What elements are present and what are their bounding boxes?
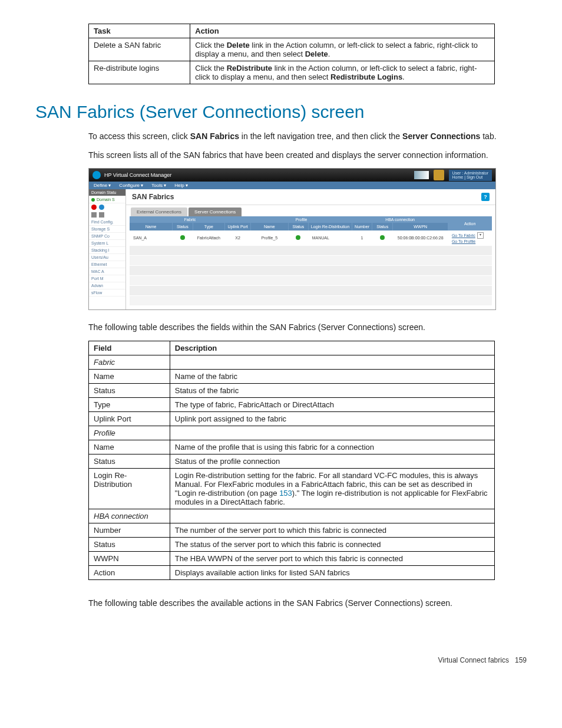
col-group-profile: Profile: [251, 216, 352, 223]
embedded-screenshot: HP Virtual Connect Manager User : Admini…: [88, 168, 496, 310]
sidebar-item[interactable]: Port M: [89, 275, 125, 282]
sidebar-item[interactable]: Domain S: [89, 196, 125, 203]
page-footer: Virtual Connect fabrics 159: [35, 656, 527, 664]
table-row: Re-distribute logins Click the ReDistrib…: [89, 61, 495, 84]
table-row: Fabric: [89, 355, 495, 369]
table-row[interactable]: SAN_A FabricAttach X2 Profile_5 MANUAL 1…: [130, 230, 492, 246]
intro-para-1: To access this screen, click SAN Fabrics…: [88, 131, 527, 143]
sidebar-item[interactable]: Find Config.: [89, 219, 125, 226]
sidebar: Domain Statu Domain S Find Config. Stora…: [89, 189, 126, 309]
help-icon[interactable]: ?: [481, 193, 490, 201]
task-action-table: Task Action Delete a SAN fabric Click th…: [88, 24, 495, 84]
intro-para-2: This screen lists all of the SAN fabrics…: [88, 150, 527, 162]
table-row: TypeThe type of fabric, FabricAttach or …: [89, 397, 495, 411]
th-field: Field: [89, 341, 170, 355]
cell-wwpn: 50:06:0B:00:00:C2:66:28: [392, 230, 448, 246]
sidebar-item[interactable]: Storage S: [89, 226, 125, 233]
menubar: Define ▾ Configure ▾ Tools ▾ Help ▾: [89, 182, 495, 189]
table-row-empty: [130, 266, 492, 276]
cell-type: FabricAttach: [193, 230, 224, 246]
status-ok-icon: [180, 235, 185, 240]
table-header-row: Field Description: [89, 341, 495, 355]
cell-action: Go To Fabric▾ Go To Profile: [448, 230, 492, 246]
table-row: HBA connection: [89, 509, 495, 523]
cell-hstatus: [372, 230, 393, 246]
filter-icon[interactable]: [99, 205, 104, 210]
table-row: WWPNThe HBA WWPN of the server port to w…: [89, 551, 495, 565]
table-row: ActionDisplays available action links fo…: [89, 565, 495, 579]
table-row: Delete a SAN fabric Click the Delete lin…: [89, 38, 495, 61]
sidebar-item[interactable]: sFlow: [89, 289, 125, 297]
user-info-box[interactable]: User : Administrator Home | Sign Out: [449, 170, 492, 181]
menu-tools[interactable]: Tools ▾: [151, 183, 166, 188]
col-number: Number: [352, 223, 372, 230]
table-row-empty: [130, 296, 492, 306]
status-gauge-icon: [414, 171, 429, 179]
hp-logo-icon: [92, 171, 101, 179]
col-group-hba: HBA connection: [352, 216, 448, 223]
cell-uplink: X2: [225, 230, 251, 246]
menu-configure[interactable]: Configure ▾: [119, 183, 143, 188]
table-row: NameName of the profile that is using th…: [89, 440, 495, 454]
col-hstatus: Status: [372, 223, 393, 230]
table-row: StatusStatus of the profile connection: [89, 454, 495, 468]
cell-action: Click the Delete link in the Action colu…: [190, 38, 495, 61]
sidebar-item[interactable]: MAC A: [89, 268, 125, 275]
field-description-table: Field Description Fabric NameName of the…: [88, 341, 495, 580]
table-row: Login Re-Distribution Login Re-distribut…: [89, 468, 495, 509]
col-action: Action: [448, 216, 492, 230]
table-row-empty: [130, 276, 492, 286]
col-name: Name: [130, 223, 173, 230]
sidebar-item[interactable]: System L: [89, 240, 125, 247]
table-row: StatusStatus of the fabric: [89, 383, 495, 397]
hardware-icon[interactable]: [91, 212, 97, 218]
table-row-empty: [130, 286, 492, 296]
cell-action: Click the ReDistribute link in the Actio…: [190, 61, 495, 84]
table-row: NumberThe number of the server port to w…: [89, 523, 495, 537]
col-type: Type: [193, 223, 224, 230]
table-row: NameName of the fabric: [89, 369, 495, 383]
section-heading: SAN Fabrics (Server Connections) screen: [35, 102, 527, 122]
menu-help[interactable]: Help ▾: [174, 183, 188, 188]
home-icon[interactable]: [434, 170, 444, 180]
cell-task: Re-distribute logins: [89, 61, 190, 84]
col-login: Login Re-Distribution: [309, 223, 352, 230]
page-title-bar: SAN Fabrics ?: [126, 189, 495, 205]
go-to-profile-link[interactable]: Go To Profile: [452, 239, 475, 243]
sidebar-item[interactable]: Users/Au: [89, 254, 125, 261]
sidebar-item[interactable]: Ethernet: [89, 261, 125, 268]
table-header-row: Task Action: [89, 24, 495, 38]
app-titlebar: HP Virtual Connect Manager User : Admini…: [89, 169, 495, 182]
dropdown-icon[interactable]: ▾: [477, 232, 484, 239]
col-status: Status: [173, 223, 193, 230]
cell-fabric-name: SAN_A: [130, 230, 173, 246]
col-pname: Name: [251, 223, 289, 230]
status-ok-icon: [296, 235, 300, 240]
table2-intro: The following table describes the fields…: [88, 322, 527, 334]
cell-login-redist: MANUAL: [309, 230, 352, 246]
col-wwpn: WWPN: [392, 223, 448, 230]
tab-external-connections[interactable]: External Connections: [131, 207, 187, 216]
cell-pstatus: [288, 230, 309, 246]
cell-number: 1: [352, 230, 372, 246]
hardware-icon[interactable]: [99, 212, 104, 218]
table3-intro: The following table describes the availa…: [88, 598, 527, 610]
status-ok-icon: [380, 235, 385, 240]
tab-server-connections[interactable]: Server Connections: [189, 207, 242, 216]
cell-task: Delete a SAN fabric: [89, 38, 190, 61]
status-error-icon[interactable]: [91, 205, 97, 210]
status-ok-icon: [91, 198, 95, 202]
th-task: Task: [89, 24, 190, 38]
app-title: HP Virtual Connect Manager: [104, 172, 171, 178]
sidebar-item[interactable]: Advan: [89, 282, 125, 289]
sidebar-item[interactable]: SNMP Co: [89, 233, 125, 240]
sidebar-item[interactable]: Stacking l: [89, 247, 125, 254]
sidebar-header: Domain Statu: [89, 189, 125, 196]
col-group-fabric: Fabric: [130, 216, 251, 223]
table-row-empty: [130, 246, 492, 256]
menu-define[interactable]: Define ▾: [94, 183, 111, 188]
page-link-153[interactable]: 153: [279, 489, 292, 498]
cell-profile-name: Profile_5: [251, 230, 289, 246]
go-to-fabric-link[interactable]: Go To Fabric: [452, 233, 475, 238]
data-grid: Fabric Profile HBA connection Action Nam…: [126, 216, 495, 309]
